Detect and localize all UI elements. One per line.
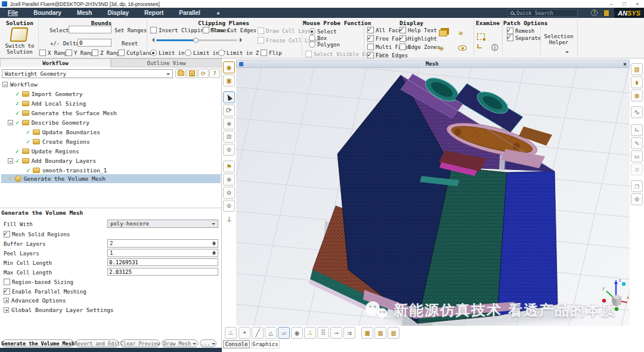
slider-left-arrow-icon[interactable]: [150, 38, 154, 42]
switch-to-solution-button[interactable]: Switch to Solution: [5, 43, 35, 55]
probe-tool-button[interactable]: ⊙: [223, 144, 235, 156]
menu-mesh[interactable]: Mesh: [69, 8, 100, 18]
workflow-type-select[interactable]: Watertight Geometry: [2, 69, 173, 78]
show-cut-edges-checkbox[interactable]: Show Cut Edges: [203, 27, 256, 33]
mesh-solid-regions-checkbox[interactable]: Mesh Solid Regions: [4, 231, 70, 237]
close-button[interactable]: ×: [631, 1, 644, 7]
expand-icon[interactable]: [4, 307, 9, 313]
copy-zone-button[interactable]: ▦: [361, 327, 373, 339]
polyline-button[interactable]: ∿: [631, 106, 643, 118]
tree-item-describe-geometry[interactable]: ✓ Describe Geometry: [8, 118, 89, 127]
tab-console[interactable]: Console: [223, 340, 250, 348]
ruler-icon[interactable]: ∟: [477, 42, 482, 51]
reset-workflow-button[interactable]: ⟳: [198, 69, 209, 78]
center-display-icon[interactable]: ❋: [439, 43, 444, 53]
slider-right-arrow-icon[interactable]: [240, 38, 244, 42]
annotate-button[interactable]: ✎: [631, 137, 643, 149]
examine-probe-icon[interactable]: [477, 33, 485, 40]
advanced-options-expander[interactable]: Advanced Options: [4, 296, 66, 305]
zoom-fit-button[interactable]: ⊙: [223, 200, 235, 212]
panel-splitter[interactable]: [0, 208, 221, 208]
stepper-arrows-icon[interactable]: [212, 239, 216, 248]
probe-zones-button[interactable]: ▨: [388, 327, 400, 339]
selection-input[interactable]: [69, 26, 112, 33]
remesh-checkbox[interactable]: Remesh: [507, 27, 535, 34]
save-workflow-button[interactable]: [187, 69, 197, 78]
menu-file[interactable]: File: [0, 8, 26, 18]
zoom-out-button[interactable]: ⊖: [223, 187, 235, 199]
menu-display[interactable]: Display: [100, 8, 137, 18]
tab-outline-view[interactable]: Outline View: [111, 58, 222, 67]
graphics-window-titlebar[interactable]: Mesh ×: [236, 60, 630, 68]
separate-checkbox[interactable]: Separate: [507, 35, 541, 41]
menu-boundary[interactable]: Boundary: [26, 8, 69, 18]
draw-nodes-button[interactable]: ∴: [225, 327, 237, 339]
probe-box-radio[interactable]: Box: [309, 35, 327, 41]
copy-cell-zone-button[interactable]: ▧: [374, 327, 386, 339]
clip-slider-thumb[interactable]: [193, 38, 199, 43]
graphics-viewport[interactable]: z x y 新能源仿真技术 看透产品的本质: [236, 68, 630, 326]
probe-polygon-radio[interactable]: Polygon: [309, 41, 340, 48]
tree-item-create-regions[interactable]: ✓ Create Regions: [26, 137, 90, 146]
tree-item-smooth-transition[interactable]: ✓ smooth-transition_1: [26, 166, 107, 175]
reset-button[interactable]: Reset: [122, 41, 138, 47]
clear-preview-button[interactable]: Clear Preview: [120, 339, 160, 347]
axes-button[interactable]: ⊥: [223, 213, 235, 225]
enable-parallel-meshing-checkbox[interactable]: Enable Parallel Meshing: [4, 288, 86, 295]
min-cell-length-input[interactable]: [107, 258, 218, 266]
help-text-checkbox[interactable]: Help Text: [400, 27, 437, 33]
collapse-icon[interactable]: [8, 120, 13, 125]
collapse-icon[interactable]: [8, 158, 13, 163]
more-options-button[interactable]: ...: [200, 339, 216, 347]
workflow-help-button[interactable]: ?: [209, 69, 220, 78]
snapshot-button[interactable]: ⊙: [631, 193, 643, 205]
help-icon[interactable]: ?: [591, 10, 597, 16]
draw-cell-layer-checkbox[interactable]: Draw Cell Layer: [258, 27, 314, 34]
peel-layers-stepper[interactable]: 1: [107, 249, 218, 257]
open-workflow-button[interactable]: [175, 69, 186, 78]
tree-item-add-local-sizing[interactable]: ✓ Add Local Sizing: [16, 99, 86, 108]
tree-item-generate-volume-mesh[interactable]: ⚡ Generate the Volume Mesh: [1, 174, 221, 183]
quick-search-input[interactable]: Quick Search: [507, 9, 578, 17]
tree-root[interactable]: Workflow: [2, 80, 38, 89]
eye-draw-icon[interactable]: [458, 45, 467, 51]
mesh-display-button[interactable]: ◉: [223, 61, 235, 73]
graphics-close-icon[interactable]: ×: [621, 61, 629, 67]
cluster-button[interactable]: ∴: [304, 327, 316, 339]
highlight-checkbox[interactable]: Highlight: [400, 35, 437, 42]
fill-with-select[interactable]: poly-hexcore: [107, 220, 218, 228]
tree-item-import-geometry[interactable]: ✓ Import Geometry: [16, 89, 82, 98]
max-cell-length-input[interactable]: [107, 268, 218, 276]
draw-triangle-button[interactable]: △: [265, 327, 277, 339]
tab-workflow[interactable]: Workflow: [0, 58, 111, 67]
tree-item-update-boundaries[interactable]: ✓ Update Boundaries: [26, 128, 100, 137]
view-box-button[interactable]: ▣: [223, 75, 235, 87]
grid-points-button[interactable]: ⠿: [317, 327, 329, 339]
info-icon[interactable]: ⓘ: [491, 43, 499, 53]
revert-and-edit-button[interactable]: Revert and Edit: [76, 339, 119, 347]
split-zones-button[interactable]: ⇉: [343, 327, 355, 339]
generate-volume-mesh-button[interactable]: Generate the Volume Mesh: [2, 339, 74, 347]
menu-report[interactable]: Report: [137, 8, 171, 18]
section-layers-button[interactable]: ▤: [631, 63, 643, 75]
draw-mesh-button[interactable]: Draw Mesh: [162, 339, 198, 347]
journal-icon[interactable]: [603, 10, 609, 17]
draw-cell-button[interactable]: ◉: [291, 327, 303, 339]
buffer-layers-stepper[interactable]: 2: [107, 239, 218, 248]
mesh-ellipse-button[interactable]: ◍: [631, 89, 643, 101]
draw-edge-button[interactable]: ╱: [252, 327, 264, 339]
rotate-tool-button[interactable]: ⟳: [223, 104, 235, 116]
stepper-arrows-icon[interactable]: [212, 249, 216, 257]
contour-button[interactable]: ◗: [631, 76, 643, 88]
chart-button[interactable]: ∟: [631, 124, 643, 136]
minimize-button[interactable]: –: [605, 1, 618, 7]
limit-in-z-radio[interactable]: Limit in Z: [218, 50, 259, 56]
draw-face-button[interactable]: ▱: [278, 327, 290, 339]
region-based-sizing-checkbox[interactable]: Region-based Sizing: [4, 279, 73, 285]
tree-item-update-regions[interactable]: ✓ Update Regions: [16, 147, 79, 156]
probe-select-radio[interactable]: Select: [309, 28, 337, 35]
global-boundary-layer-expander[interactable]: Global Boundary Layer Settings: [4, 305, 114, 314]
explode-view-icon[interactable]: ✳: [458, 27, 463, 38]
selection-helper-dropdown[interactable]: Selection Helper: [541, 33, 576, 45]
link-zones-button[interactable]: →: [330, 327, 342, 339]
